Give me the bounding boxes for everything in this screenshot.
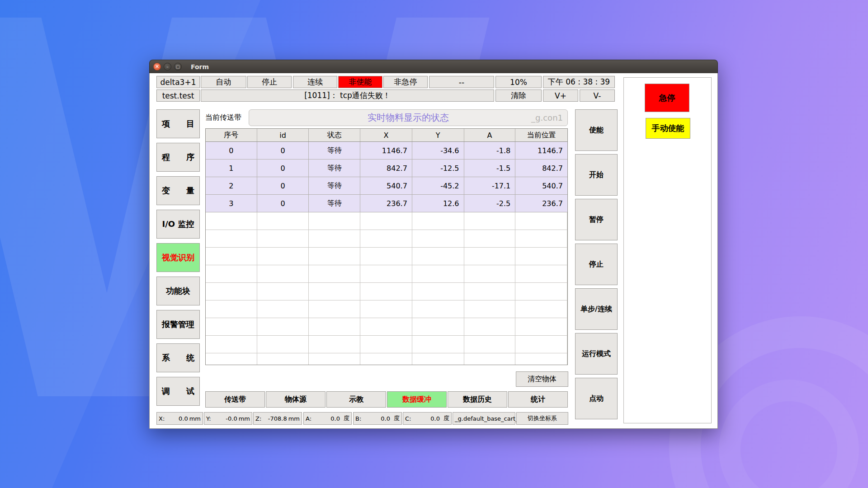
cell-y: -45.2 xyxy=(412,177,464,194)
run-state-button[interactable]: 停止 xyxy=(247,76,292,88)
mode-auto-button[interactable]: 自动 xyxy=(201,76,246,88)
status-coord-c: C: 0.0 度 xyxy=(403,412,452,425)
coord-label: A: xyxy=(306,415,311,422)
coord-label: Z: xyxy=(255,415,261,422)
cell-a: -2.5 xyxy=(464,195,516,212)
table-cell-empty xyxy=(257,265,309,282)
tab-statistics[interactable]: 统计 xyxy=(508,391,568,408)
coord-label: X: xyxy=(159,415,165,422)
coord-unit: 度 xyxy=(443,414,449,422)
table-cell-empty xyxy=(206,265,257,282)
table-row[interactable]: 1 0 等待 842.7 -12.5 -1.5 842.7 xyxy=(206,160,567,177)
cell-index: 2 xyxy=(206,177,257,194)
app-window: ✕ – ▢ Form delta3+1 自动 停止 连续 非使能 非急停 -- … xyxy=(149,60,718,429)
sidebar-item-project[interactable]: 项 目 xyxy=(156,109,200,138)
window-titlebar[interactable]: ✕ – ▢ Form xyxy=(149,60,718,73)
table-cell-empty xyxy=(412,265,464,282)
start-button[interactable]: 开始 xyxy=(575,154,618,196)
tab-conveyor[interactable]: 传送带 xyxy=(205,391,265,408)
table-row[interactable]: 3 0 等待 236.7 12.6 -2.5 236.7 xyxy=(206,195,567,212)
table-cell-empty xyxy=(464,318,516,335)
clear-objects-button[interactable]: 清空物体 xyxy=(516,371,568,387)
cell-index: 1 xyxy=(206,160,257,177)
status-coord-a: A: 0.0 度 xyxy=(303,412,352,425)
coord-value: 0.0 xyxy=(411,415,440,422)
run-mode-button[interactable]: 运行模式 xyxy=(575,333,618,375)
window-close-icon[interactable]: ✕ xyxy=(153,63,161,70)
status-coord-b: B: 0.0 度 xyxy=(353,412,402,425)
table-cell-empty xyxy=(360,336,412,353)
table-empty-rows xyxy=(206,212,567,365)
emergency-stop-button[interactable]: 急停 xyxy=(645,84,689,112)
conveyor-value: _g.con1 xyxy=(531,113,563,122)
cell-y: -12.5 xyxy=(412,160,464,177)
stop-button[interactable]: 停止 xyxy=(575,244,618,285)
table-cell-empty xyxy=(360,248,412,265)
velocity-down-button[interactable]: V- xyxy=(580,89,615,102)
table-cell-empty xyxy=(515,336,567,353)
tab-data-history[interactable]: 数据历史 xyxy=(448,391,507,408)
tab-data-buffer[interactable]: 数据缓冲 xyxy=(387,391,447,408)
table-cell-empty xyxy=(464,230,516,247)
table-row-empty xyxy=(206,336,567,353)
table-cell-empty xyxy=(309,212,360,230)
cell-x: 1146.7 xyxy=(360,142,412,159)
table-cell-empty xyxy=(206,283,257,300)
sidebar-item-variables[interactable]: 变 量 xyxy=(156,176,200,205)
coord-value: -708.8 xyxy=(261,415,287,422)
window-maximize-icon[interactable]: ▢ xyxy=(174,63,182,70)
table-cell-empty xyxy=(309,300,360,318)
coord-label: C: xyxy=(405,415,411,422)
sidebar-item-system[interactable]: 系 统 xyxy=(156,343,200,372)
robot-selector[interactable]: delta3+1 xyxy=(156,76,200,88)
clear-alarm-button[interactable]: 清除 xyxy=(495,89,542,102)
sidebar-item-vision[interactable]: 视觉识别 xyxy=(156,243,200,272)
window-title: Form xyxy=(191,63,209,70)
table-cell-empty xyxy=(309,265,360,282)
cell-index: 0 xyxy=(206,142,257,159)
step-continuous-button[interactable]: 单步/连续 xyxy=(575,288,618,330)
sidebar-item-io-monitor[interactable]: I/O 监控 xyxy=(156,210,200,239)
pause-button[interactable]: 暂停 xyxy=(575,199,618,240)
cell-index: 3 xyxy=(206,195,257,212)
enable-state-indicator[interactable]: 非使能 xyxy=(338,76,382,88)
cell-state: 等待 xyxy=(309,142,360,159)
table-cell-empty xyxy=(257,353,309,365)
table-row-empty xyxy=(206,265,567,283)
cell-x: 236.7 xyxy=(360,195,412,212)
table-row-empty xyxy=(206,230,567,248)
alarm-message: [1011]： tcp通信失败！ xyxy=(201,89,494,102)
table-cell-empty xyxy=(464,300,516,318)
cell-y: -34.6 xyxy=(412,142,464,159)
coord-value: 0.0 xyxy=(311,415,340,422)
table-cell-empty xyxy=(309,230,360,247)
conveyor-combo[interactable]: 实时物料显示的状态 _g.con1 xyxy=(249,109,568,126)
manual-enable-button[interactable]: 手动使能 xyxy=(646,118,690,139)
coord-unit: 度 xyxy=(394,414,400,422)
table-row-empty xyxy=(206,212,567,230)
tab-teach[interactable]: 示教 xyxy=(326,391,386,408)
table-cell-empty xyxy=(360,283,412,300)
tab-object-source[interactable]: 物体源 xyxy=(266,391,326,408)
cell-state: 等待 xyxy=(309,195,360,212)
table-row[interactable]: 2 0 等待 540.7 -45.2 -17.1 540.7 xyxy=(206,177,567,195)
sidebar-item-debug[interactable]: 调 试 xyxy=(156,377,200,406)
switch-coordinate-button[interactable]: 切换坐标系 xyxy=(516,412,568,425)
jog-button[interactable]: 点动 xyxy=(575,378,618,419)
table-row[interactable]: 0 0 等待 1146.7 -34.6 -1.8 1146.7 xyxy=(206,142,567,160)
table-cell-empty xyxy=(515,300,567,318)
velocity-up-button[interactable]: V+ xyxy=(543,89,578,102)
window-minimize-icon[interactable]: – xyxy=(164,63,171,70)
table-row-empty xyxy=(206,283,567,300)
material-table: 序号 id 状态 X Y A 当前位置 0 0 等待 1146.7 -34.6 … xyxy=(205,128,568,365)
sidebar-item-function-blocks[interactable]: 功能块 xyxy=(156,277,200,305)
sidebar-item-alarm-management[interactable]: 报警管理 xyxy=(156,310,200,339)
cell-state: 等待 xyxy=(309,160,360,177)
enable-button[interactable]: 使能 xyxy=(575,109,618,151)
sidebar-item-program[interactable]: 程 序 xyxy=(156,143,200,172)
table-cell-empty xyxy=(257,336,309,353)
status-coord-y: Y: -0.0 mm xyxy=(204,412,252,425)
col-header-state: 状态 xyxy=(309,129,360,141)
table-header-row: 序号 id 状态 X Y A 当前位置 xyxy=(206,129,567,142)
continuous-button[interactable]: 连续 xyxy=(293,76,337,88)
